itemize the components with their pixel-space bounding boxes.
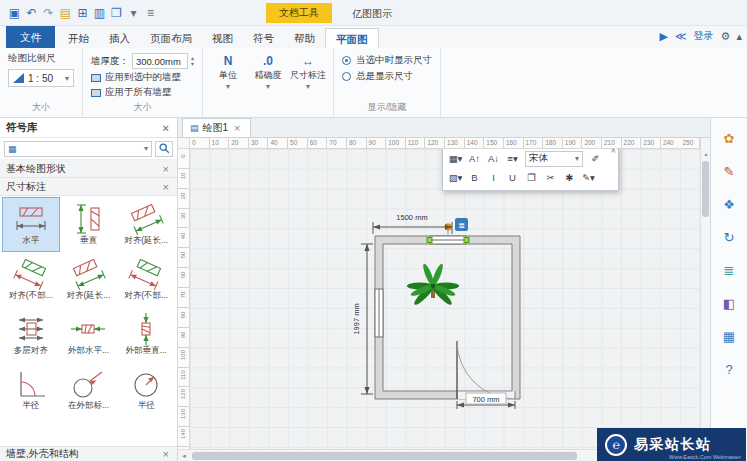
- apply-all-walls-button[interactable]: 应用于所有墙壁: [91, 85, 194, 100]
- presentation-icon[interactable]: ▶: [660, 30, 668, 43]
- pen-panel-icon[interactable]: ✎: [718, 161, 740, 181]
- section-walls-structure[interactable]: 墙壁,外壳和结构 ×: [0, 446, 177, 461]
- ribbon-tab-5[interactable]: 符号: [243, 28, 284, 48]
- more-icon[interactable]: ▾: [125, 6, 142, 20]
- selection-handle[interactable]: [464, 238, 469, 243]
- close-icon[interactable]: ×: [161, 122, 171, 134]
- doc-tools-tab[interactable]: 文档工具: [266, 3, 332, 23]
- symbol-item-4[interactable]: 对齐(延长...: [60, 252, 118, 307]
- symbol-item-1[interactable]: 垂直: [60, 197, 118, 252]
- theme-icon[interactable]: ◧: [718, 293, 740, 313]
- ribbon-tab-3[interactable]: 页面布局: [140, 28, 202, 48]
- history-icon[interactable]: ↻: [718, 227, 740, 247]
- unit-button[interactable]: N 单位 ▾: [211, 52, 245, 91]
- document-tab[interactable]: ▤ 绘图1 ×: [182, 118, 251, 137]
- dimension-style-button[interactable]: ↔ 尺寸标注 ▾: [291, 52, 325, 91]
- thickness-stepper[interactable]: ▴ ▾: [191, 55, 194, 67]
- pen-icon[interactable]: ✎▾: [580, 170, 597, 186]
- symbol-item-6[interactable]: 多层对齐: [2, 307, 60, 362]
- wall-thickness-input[interactable]: 300.00mm: [132, 53, 188, 69]
- scale-select[interactable]: 1 : 50 ▾: [8, 69, 74, 87]
- copy-icon[interactable]: ❐: [523, 170, 540, 186]
- collapse-ribbon-icon[interactable]: ▴: [736, 30, 742, 43]
- window-icon[interactable]: ❐: [108, 6, 125, 20]
- symbol-item-0[interactable]: 水平: [2, 197, 60, 252]
- ribbon-tab-7[interactable]: 平面图: [325, 28, 379, 48]
- task-pane-icon[interactable]: ▦: [718, 326, 740, 346]
- new-icon[interactable]: ⊞: [74, 6, 91, 20]
- save-icon[interactable]: ▣: [6, 6, 23, 20]
- align-text-icon[interactable]: ≡▾: [504, 151, 521, 167]
- vertical-scroll-thumb[interactable]: [702, 161, 709, 217]
- bold-button[interactable]: B: [466, 170, 483, 186]
- close-icon[interactable]: ×: [610, 149, 616, 156]
- symbol-item-11[interactable]: 半径: [117, 362, 175, 417]
- close-icon[interactable]: ×: [232, 122, 242, 134]
- font-select[interactable]: 宋体 ▾: [525, 151, 583, 167]
- close-icon[interactable]: ×: [161, 448, 171, 460]
- shape-quick-button[interactable]: ≣: [455, 218, 468, 231]
- symbol-item-3[interactable]: 对齐(不部...: [2, 252, 60, 307]
- print-icon[interactable]: ▥: [91, 6, 108, 20]
- ribbon-tab-4[interactable]: 视图: [202, 28, 243, 48]
- underline-button[interactable]: U: [504, 170, 521, 186]
- symbols-panel-icon[interactable]: ❖: [718, 194, 740, 214]
- symbol-item-5[interactable]: 对齐(不部...: [117, 252, 175, 307]
- symbol-item-9[interactable]: 半径: [2, 362, 60, 417]
- spin-down-icon[interactable]: ▾: [191, 61, 194, 67]
- settings-gear-icon[interactable]: ⚙: [721, 30, 731, 43]
- dimension-top[interactable]: [373, 222, 452, 234]
- symbol-item-2[interactable]: 对齐(延长...: [117, 197, 175, 252]
- ribbon-tab-6[interactable]: 帮助: [284, 28, 325, 48]
- selection-handle[interactable]: [427, 238, 432, 243]
- format-painter-icon[interactable]: ✐: [587, 151, 604, 167]
- ribbon-tab-0[interactable]: 文件: [6, 26, 55, 48]
- scroll-up-icon[interactable]: ▴: [701, 149, 711, 159]
- layers-icon[interactable]: ≣: [718, 260, 740, 280]
- precision-button[interactable]: .0 精确度 ▾: [251, 52, 285, 91]
- open-icon[interactable]: ▤: [57, 6, 74, 20]
- share-icon[interactable]: ≪: [675, 30, 687, 43]
- floor-plan[interactable]: ≣: [190, 149, 700, 447]
- font-increase-icon[interactable]: A↑: [466, 151, 483, 167]
- clipart-icon[interactable]: ✿: [718, 128, 740, 148]
- drawing-area[interactable]: ≣: [190, 149, 700, 449]
- italic-button[interactable]: I: [485, 170, 502, 186]
- palm-plant[interactable]: [407, 263, 459, 307]
- undo-icon[interactable]: ↶: [23, 6, 40, 20]
- library-filter-select[interactable]: ▦ ▾: [4, 141, 152, 157]
- close-icon[interactable]: ×: [161, 181, 171, 193]
- font-decrease-icon[interactable]: A↓: [485, 151, 502, 167]
- search-button[interactable]: [155, 141, 173, 157]
- room-walls[interactable]: [375, 236, 520, 399]
- symbol-item-7[interactable]: 外部水平...: [60, 307, 118, 362]
- help-icon[interactable]: ?: [718, 359, 740, 379]
- door[interactable]: [457, 341, 515, 399]
- ribbon-tab-2[interactable]: 插入: [99, 28, 140, 48]
- show-when-selected-radio[interactable]: 当选中时显示尺寸: [342, 52, 432, 68]
- close-icon[interactable]: ×: [161, 163, 171, 175]
- symbol-item-10[interactable]: 在外部标...: [60, 362, 118, 417]
- login-button[interactable]: 登录: [694, 29, 714, 43]
- section-basic-shapes[interactable]: 基本绘图形状 ×: [0, 160, 177, 178]
- dimension-left[interactable]: [361, 244, 373, 394]
- apply-selected-walls-button[interactable]: 应用到选中的墙壁: [91, 70, 194, 85]
- border-style-icon[interactable]: ▦▾: [447, 151, 464, 167]
- fill-style-icon[interactable]: ▧▾: [447, 170, 464, 186]
- tools-icon[interactable]: ✱: [561, 170, 578, 186]
- wall-group: 墙厚度： 300.00mm ▴ ▾ 应用到选中的墙壁 应用于所有墙壁 大小: [83, 48, 203, 117]
- redo-icon[interactable]: ↷: [40, 6, 57, 20]
- search-input[interactable]: [19, 144, 142, 154]
- ribbon-tab-1[interactable]: 开始: [58, 28, 99, 48]
- always-show-radio[interactable]: 总是显示尺寸: [342, 68, 432, 84]
- page-icon: ▤: [190, 123, 199, 133]
- vertical-scrollbar[interactable]: ▴ ▾: [700, 149, 710, 449]
- cut-icon[interactable]: ✂: [542, 170, 559, 186]
- horizontal-scroll-thumb[interactable]: [192, 452, 577, 460]
- menu-icon[interactable]: ≡: [142, 6, 159, 20]
- section-dimensioning[interactable]: 尺寸标注 ×: [0, 178, 177, 196]
- window-top[interactable]: [430, 236, 466, 244]
- scroll-left-icon[interactable]: ◂: [178, 450, 190, 461]
- symbol-item-8[interactable]: 外部垂直...: [117, 307, 175, 362]
- window-left[interactable]: [375, 289, 383, 337]
